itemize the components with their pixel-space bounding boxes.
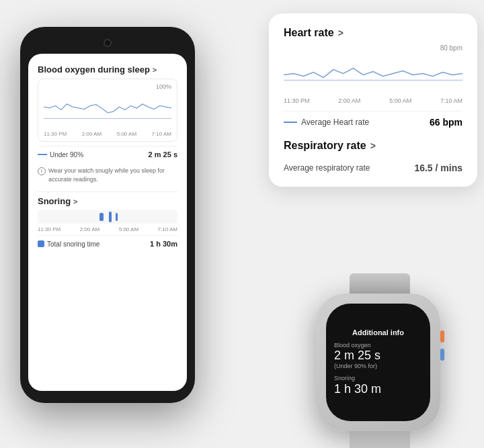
watch-blood-oxygen-value: 2 m 25 s <box>334 349 380 363</box>
blood-oxygen-time-labels: 11:30 PM 2:00 AM 5:00 AM 7:10 AM <box>44 131 171 137</box>
snoring-chart: 11:30 PM 2:00 AM 5:00 AM 7:10 AM <box>38 210 177 232</box>
respiratory-section: Respiratory rate > Average respiratory r… <box>284 140 462 173</box>
heart-chart-top-label: 80 bpm <box>284 44 462 52</box>
resp-rate-chevron: > <box>370 140 376 151</box>
heart-rate-chevron: > <box>338 28 344 38</box>
under-90-value: 2 m 25 s <box>149 150 177 159</box>
watch-button-orange <box>440 330 444 343</box>
resp-rate-title[interactable]: Respiratory rate > <box>284 140 462 152</box>
watch-screen-title: Additional info <box>352 328 404 337</box>
snoring-bar-2 <box>109 212 112 222</box>
watch-snoring-value: 1 h 30 m <box>334 382 381 396</box>
phone-camera <box>104 39 112 47</box>
avg-heart-dash <box>284 122 297 123</box>
blood-oxygen-line-chart <box>44 91 171 128</box>
snoring-dash <box>38 240 44 247</box>
smartwatch: Additional info Blood oxygen 2 m 25 s (U… <box>316 294 444 435</box>
heart-rate-title[interactable]: Heart rate > <box>284 27 462 39</box>
snoring-title[interactable]: Snoring > <box>38 196 177 206</box>
watch-blood-oxygen-label: Blood oxygen <box>334 342 371 349</box>
phone-screen: Blood oxygen during sleep > 100% 11:30 P… <box>28 54 187 391</box>
phone: Blood oxygen during sleep > 100% 11:30 P… <box>20 27 195 403</box>
blood-oxygen-title[interactable]: Blood oxygen during sleep > <box>38 64 177 75</box>
health-card: Heart rate > 80 bpm 11:30 PM 2:00 AM 5:0… <box>269 13 477 187</box>
info-text: i Wear your watch snugly while you sleep… <box>38 163 177 187</box>
watch-blood-oxygen-sub: (Under 90% for) <box>334 363 377 369</box>
watch-snoring-label: Snoring <box>334 375 355 382</box>
snoring-value: 1 h 30m <box>150 240 177 248</box>
snoring-bar-1 <box>99 213 104 221</box>
blood-oxygen-chevron: > <box>153 66 157 74</box>
watch-band-bottom <box>350 431 410 448</box>
snoring-time-labels: 11:30 PM 2:00 AM 5:00 AM 7:10 AM <box>38 226 177 232</box>
snoring-bar-3 <box>116 213 118 221</box>
chart-top-label: 100% <box>44 83 171 90</box>
heart-rate-line-chart <box>284 53 462 93</box>
avg-heart-rate-row: Average Heart rate 66 bpm <box>284 111 462 133</box>
snoring-bar-chart <box>38 210 177 224</box>
avg-resp-row: Average respiratory rate 16.5 / mins <box>284 157 462 173</box>
heart-time-labels: 11:30 PM 2:00 AM 5:00 AM 7:10 AM <box>284 97 462 104</box>
snoring-metric-row: Total snoring time 1 h 30m <box>38 235 177 252</box>
info-icon: i <box>38 167 46 175</box>
avg-resp-value: 16.5 / mins <box>414 163 462 173</box>
watch-button-blue <box>440 349 444 361</box>
watch-body: Additional info Blood oxygen 2 m 25 s (U… <box>316 294 440 431</box>
blood-oxygen-chart: 100% 11:30 PM 2:00 AM 5:00 AM 7:10 AM <box>38 79 177 142</box>
under-90-dash <box>38 154 47 155</box>
watch-screen: Additional info Blood oxygen 2 m 25 s (U… <box>326 304 430 421</box>
snoring-chevron: > <box>73 197 77 206</box>
avg-heart-rate-value: 66 bpm <box>430 117 462 128</box>
heart-chart-area: 80 bpm 11:30 PM 2:00 AM 5:00 AM 7:10 AM <box>284 44 462 104</box>
under-90-row: Under 90% 2 m 25 s <box>38 146 177 163</box>
divider <box>38 191 177 192</box>
